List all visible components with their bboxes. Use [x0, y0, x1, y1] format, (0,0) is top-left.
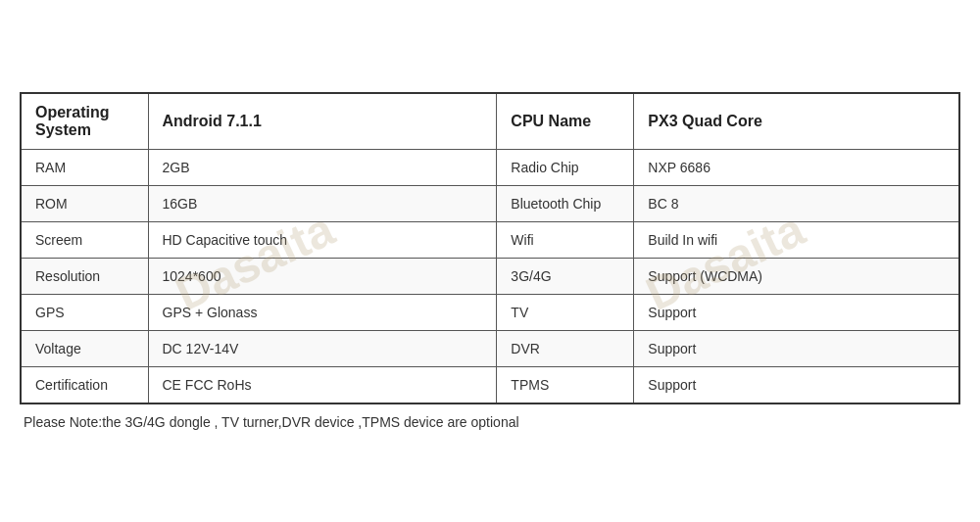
spec-label-right: Wifi — [497, 222, 634, 259]
spec-value-left: CE FCC RoHs — [148, 367, 497, 404]
table-row: VoltageDC 12V-14VDVRSupport — [21, 331, 959, 367]
spec-label-right: TPMS — [497, 367, 634, 404]
spec-label-left: GPS — [21, 295, 148, 331]
table-row: ROM16GBBluetooth ChipBC 8 — [21, 186, 959, 222]
cpu-value-header: PX3 Quad Core — [634, 93, 959, 150]
spec-value-right: Build In wifi — [634, 222, 959, 259]
spec-label-left: ROM — [21, 186, 148, 222]
spec-value-left: 1024*600 — [148, 259, 497, 295]
spec-table: Operating System Android 7.1.1 CPU Name … — [20, 92, 960, 404]
spec-label-left: Certification — [21, 367, 148, 404]
spec-value-left: GPS + Glonass — [148, 295, 497, 331]
spec-value-left: 16GB — [148, 186, 497, 222]
spec-label-left: Screem — [21, 222, 148, 259]
header-row: Operating System Android 7.1.1 CPU Name … — [21, 93, 959, 150]
spec-value-left: 2GB — [148, 150, 497, 186]
spec-table-wrapper: Dasaita Dasaita Operating System Android… — [20, 92, 960, 430]
spec-label-right: TV — [497, 295, 634, 331]
spec-value-right: Support — [634, 367, 959, 404]
spec-label-right: Radio Chip — [497, 150, 634, 186]
spec-label-left: Resolution — [21, 259, 148, 295]
spec-value-right: Support — [634, 295, 959, 331]
spec-label-left: Voltage — [21, 331, 148, 367]
spec-value-left: HD Capacitive touch — [148, 222, 497, 259]
spec-value-right: Support (WCDMA) — [634, 259, 959, 295]
os-label-header: Operating System — [21, 93, 148, 150]
spec-value-right: BC 8 — [634, 186, 959, 222]
os-value-header: Android 7.1.1 — [148, 93, 497, 150]
spec-value-left: DC 12V-14V — [148, 331, 497, 367]
spec-value-right: Support — [634, 331, 959, 367]
cpu-label-header: CPU Name — [497, 93, 634, 150]
spec-label-right: Bluetooth Chip — [497, 186, 634, 222]
table-row: ScreemHD Capacitive touchWifiBuild In wi… — [21, 222, 959, 259]
spec-label-right: 3G/4G — [497, 259, 634, 295]
spec-label-left: RAM — [21, 150, 148, 186]
table-row: CertificationCE FCC RoHsTPMSSupport — [21, 367, 959, 404]
spec-label-right: DVR — [497, 331, 634, 367]
table-row: RAM2GBRadio ChipNXP 6686 — [21, 150, 959, 186]
table-row: Resolution1024*6003G/4GSupport (WCDMA) — [21, 259, 959, 295]
spec-value-right: NXP 6686 — [634, 150, 959, 186]
table-row: GPSGPS + GlonassTVSupport — [21, 295, 959, 331]
note-text: Please Note:the 3G/4G dongle , TV turner… — [20, 404, 960, 430]
